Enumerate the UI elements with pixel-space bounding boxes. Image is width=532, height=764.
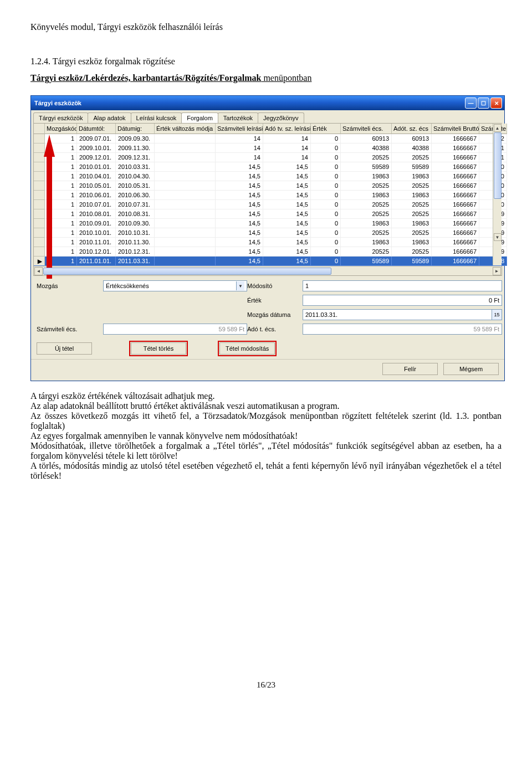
tab-jegyzokonyv[interactable]: Jegyzőkönyv — [258, 112, 304, 123]
scroll-up-button[interactable]: ▲ — [494, 124, 502, 132]
grid-cell: 20525 — [341, 228, 392, 238]
tab-targyi-eszkozok[interactable]: Tárgyi eszközök — [33, 112, 88, 123]
scroll-left-button[interactable]: ◄ — [34, 267, 43, 275]
close-button[interactable]: ✕ — [490, 98, 502, 109]
calendar-icon[interactable]: 15 — [492, 309, 502, 320]
grid-cell: 1 — [45, 181, 77, 191]
grid-cell: 2009.12.01. — [77, 153, 116, 162]
grid-cell: 40388 — [341, 143, 392, 153]
table-row[interactable]: 12010.04.01.2010.04.30.14,514,5019863198… — [34, 172, 502, 181]
grid-cell: 2010.08.31. — [116, 209, 155, 219]
grid-cell: 1 — [45, 134, 77, 143]
table-row[interactable]: 12010.11.01.2010.11.30.14,514,5019863198… — [34, 238, 502, 247]
grid-cell: 1 — [45, 153, 77, 162]
body-p3: Az összes következő mozgás itt vihető fe… — [30, 411, 502, 431]
mozgasdatum-input[interactable]: 2011.03.31. 15 — [303, 309, 502, 320]
grid-cell: 0 — [311, 162, 341, 172]
grid-col-header[interactable]: Érték változás módja — [155, 124, 216, 134]
action-button-row: Új tétel Tétel törlés Tétel módosítás — [31, 340, 504, 359]
grid-col-header[interactable] — [34, 124, 45, 134]
grid-cell: 19863 — [341, 219, 392, 228]
table-row[interactable]: 12010.07.01.2010.07.31.14,514,5020525205… — [34, 200, 502, 209]
table-row[interactable]: 12010.08.01.2010.08.31.14,514,5020525205… — [34, 209, 502, 219]
table-row[interactable]: 12010.01.01.2010.03.31.14,514,5059589595… — [34, 162, 502, 172]
tab-leirasi-kulcsok[interactable]: Leírási kulcsok — [131, 112, 182, 123]
grid-cell: 0 — [311, 172, 341, 181]
grid-cell: 20525 — [392, 200, 432, 209]
scroll-right-button[interactable]: ► — [493, 267, 501, 275]
modosito-input[interactable]: 1 — [303, 280, 502, 291]
write-button[interactable]: Felír — [382, 363, 438, 375]
maximize-button[interactable]: ☐ — [478, 98, 489, 109]
grid-col-header[interactable]: Dátumtól: — [77, 124, 116, 134]
grid-cell: 2010.10.31. — [116, 228, 155, 238]
table-row[interactable]: 12010.05.01.2010.05.31.14,514,5020525205… — [34, 181, 502, 191]
modify-item-button[interactable]: Tétel módosítás — [219, 342, 275, 355]
minimize-button[interactable]: — — [465, 98, 477, 109]
table-row[interactable]: 12009.07.01.2009.09.30.14140609136091316… — [34, 134, 502, 143]
table-row[interactable]: 12010.06.01.2010.06.30.14,514,5019863198… — [34, 191, 502, 200]
grid-cell — [155, 172, 216, 181]
grid-cell: 2009.07.01. — [77, 134, 116, 143]
tab-alap-adatok[interactable]: Alap adatok — [88, 112, 131, 123]
titlebar[interactable]: Tárgyi eszközök — ☐ ✕ — [31, 96, 504, 110]
grid-cell: 1666667 — [432, 134, 479, 143]
ertek-label: Érték — [247, 297, 303, 304]
table-row[interactable]: 12009.12.01.2009.12.31.14140205252052516… — [34, 153, 502, 162]
grid-col-header[interactable]: Számviteli Bruttó — [432, 124, 479, 134]
grid-col-header[interactable]: Adó tv. sz. leírási % — [263, 124, 311, 134]
grid-cell: 2010.06.30. — [116, 191, 155, 200]
grid-cell: 2010.03.31. — [116, 162, 155, 172]
ertek-input[interactable]: 0 Ft — [303, 295, 502, 306]
grid-cell: 20525 — [341, 153, 392, 162]
grid-cell: 0 — [311, 191, 341, 200]
table-row[interactable]: 12010.12.01.2010.12.31.14,514,5020525205… — [34, 247, 502, 257]
grid-cell: 20525 — [341, 200, 392, 209]
grid-col-header[interactable]: Adót. sz. écs — [392, 124, 432, 134]
tab-forgalom[interactable]: Forgalom — [181, 112, 218, 123]
grid-cell: 2009.10.01. — [77, 143, 116, 153]
grid-cell: 14,5 — [263, 247, 311, 257]
new-item-button[interactable]: Új tétel — [37, 342, 92, 355]
grid-col-header[interactable]: Dátumig: — [116, 124, 155, 134]
scroll-h-thumb[interactable] — [43, 268, 331, 275]
grid-cell: 1666667 — [432, 238, 479, 247]
grid-cell: 20525 — [392, 181, 432, 191]
grid-cell: 1 — [45, 162, 77, 172]
grid-cell: 20525 — [341, 181, 392, 191]
mozgas-label: Mozgás — [37, 283, 103, 289]
table-row[interactable]: ▶12011.01.01.2011.03.31.14,514,505958959… — [34, 257, 502, 266]
scroll-down-button[interactable]: ▼ — [494, 233, 502, 241]
table-row[interactable]: 12010.09.01.2010.09.30.14,514,5019863198… — [34, 219, 502, 228]
grid-col-header[interactable]: Számviteli écs. — [341, 124, 392, 134]
page-number: 16/23 — [30, 680, 502, 690]
grid-cell: 2010.09.30. — [116, 219, 155, 228]
grid-cell: 0 — [311, 200, 341, 209]
grid-cell — [34, 247, 45, 257]
grid-cell: 1666667 — [432, 181, 479, 191]
grid-col-header[interactable]: Érték — [311, 124, 341, 134]
cancel-button[interactable]: Mégsem — [443, 363, 499, 375]
table-row[interactable]: 12010.10.01.2010.10.31.14,514,5020525205… — [34, 228, 502, 238]
grid-cell: 2010.10.01. — [77, 228, 116, 238]
mozgas-combo[interactable]: Értékcsökkenés ▼ — [103, 280, 247, 291]
grid-cell: 20525 — [392, 228, 432, 238]
horizontal-scrollbar[interactable]: ◄ ► — [34, 266, 502, 275]
table-row[interactable]: 12009.10.01.2009.11.30.14140403884038816… — [34, 143, 502, 153]
grid-cell: 20525 — [341, 247, 392, 257]
grid-cell: 2010.04.01. — [77, 172, 116, 181]
scroll-v-thumb[interactable] — [494, 132, 502, 199]
body-p4: Az egyes forgalmak amennyiben le vannak … — [30, 431, 502, 441]
tab-tartozekok[interactable]: Tartozékok — [218, 112, 258, 123]
grid-cell: 14,5 — [216, 191, 263, 200]
mozgasdatum-label: Mozgás dátuma — [247, 311, 303, 318]
grid-cell: 2011.03.31. — [116, 257, 155, 266]
vertical-scrollbar[interactable]: ▲ ▼ — [493, 124, 502, 265]
grid-cell: 59589 — [341, 257, 392, 266]
grid-cell: 2010.05.01. — [77, 181, 116, 191]
grid-cell: 2010.04.30. — [116, 172, 155, 181]
delete-item-button[interactable]: Tétel törlés — [131, 342, 186, 355]
data-grid[interactable]: MozgáskódDátumtól:Dátumig:Érték változás… — [33, 123, 502, 276]
grid-col-header[interactable]: Mozgáskód — [45, 124, 77, 134]
grid-col-header[interactable]: Számviteli leírási % — [216, 124, 263, 134]
